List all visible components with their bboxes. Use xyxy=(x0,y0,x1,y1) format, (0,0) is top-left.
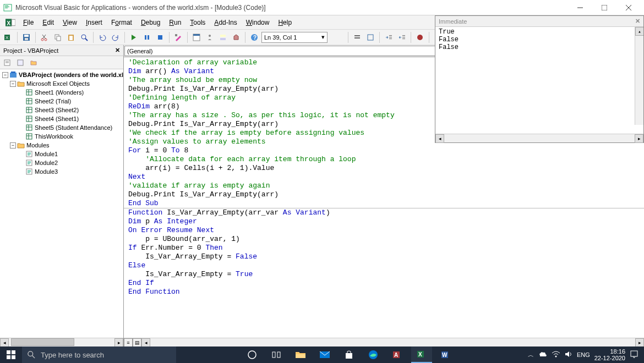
edit-tb-icon-2[interactable] xyxy=(364,31,376,43)
onedrive-icon[interactable] xyxy=(538,351,547,359)
code-line[interactable]: Function Is_Var_Array_Empty(arr_var As V… xyxy=(128,208,640,217)
scroll-left-icon[interactable]: ◂ xyxy=(141,338,150,347)
menu-help[interactable]: Help xyxy=(274,16,296,29)
code-line[interactable]: Is_Var_Array_Empty = True xyxy=(128,270,640,279)
code-line[interactable]: On Error Resume Next xyxy=(128,226,640,235)
maximize-button[interactable] xyxy=(592,0,616,15)
toggle-folders-icon[interactable] xyxy=(28,57,40,69)
project-explorer-icon[interactable] xyxy=(190,31,203,43)
search-box[interactable]: Type here to search xyxy=(22,346,176,363)
code-line[interactable]: arr(i) = Cells(i + 2, 1).Value xyxy=(128,164,640,173)
start-button[interactable] xyxy=(0,346,22,363)
design-mode-icon[interactable] xyxy=(172,31,184,43)
immediate-line[interactable]: False xyxy=(439,43,640,51)
code-line[interactable]: Else xyxy=(128,261,640,270)
notifications-icon[interactable] xyxy=(630,350,638,360)
break-icon[interactable] xyxy=(141,31,153,43)
redo-icon[interactable] xyxy=(110,31,122,43)
tree-sheet-item[interactable]: Sheet2 (Trial) xyxy=(0,97,123,106)
outdent-icon[interactable] xyxy=(396,31,408,43)
code-line[interactable]: p = UBound(arr_var, 1) xyxy=(128,235,640,244)
edit-tb-icon-1[interactable] xyxy=(351,31,363,43)
save-icon[interactable] xyxy=(20,31,32,43)
language-indicator[interactable]: ENG xyxy=(577,351,590,358)
store-icon[interactable] xyxy=(339,346,359,363)
tree-sheet-item[interactable]: Sheet3 (Sheet2) xyxy=(0,106,123,114)
full-module-view-icon[interactable]: ▤ xyxy=(133,338,141,347)
code-line[interactable]: If Err.Number = 0 Then xyxy=(128,244,640,252)
undo-icon[interactable] xyxy=(96,31,108,43)
excel-taskbar-icon[interactable]: X xyxy=(411,346,432,363)
minimize-button[interactable] xyxy=(568,0,592,15)
toolbox-icon[interactable] xyxy=(230,31,242,43)
view-object-icon[interactable] xyxy=(14,57,26,69)
immediate-vscroll[interactable]: ▴ xyxy=(635,27,643,125)
object-browser-icon[interactable] xyxy=(217,31,229,43)
wifi-icon[interactable] xyxy=(552,351,560,359)
tree-folder-excel-objects[interactable]: − Microsoft Excel Objects xyxy=(0,79,123,88)
menu-tools[interactable]: Tools xyxy=(185,16,210,29)
immediate-line[interactable]: False xyxy=(439,36,640,43)
help-icon[interactable]: ? xyxy=(248,31,260,43)
clock[interactable]: 18:16 22-12-2020 xyxy=(594,348,625,361)
menu-addins[interactable]: Add-Ins xyxy=(210,16,241,29)
menu-format[interactable]: Format xyxy=(107,16,137,29)
project-pane-close[interactable]: ✕ xyxy=(115,47,120,54)
expander-icon[interactable]: − xyxy=(10,142,16,148)
code-line[interactable]: For i = 0 To 8 xyxy=(128,146,640,155)
code-line[interactable]: Next xyxy=(128,173,640,182)
mail-icon[interactable] xyxy=(314,346,335,363)
code-line[interactable]: End Sub xyxy=(128,199,640,208)
code-line[interactable]: Is_Var_Array_Empty = False xyxy=(128,252,640,261)
immediate-close[interactable]: ✕ xyxy=(635,18,640,25)
menu-run[interactable]: Run xyxy=(165,16,185,29)
menu-file[interactable]: File xyxy=(19,16,38,29)
procedure-view-icon[interactable]: ≡ xyxy=(124,338,133,347)
code-line[interactable]: Debug.Print Is_Var_Array_Empty(arr) xyxy=(128,190,640,199)
tree-sheet-item[interactable]: Sheet5 (Student Attendance) xyxy=(0,123,123,132)
code-line[interactable]: Dim p As Integer xyxy=(128,217,640,226)
word-icon[interactable]: W xyxy=(435,346,456,363)
run-icon[interactable] xyxy=(128,31,140,43)
indent-icon[interactable] xyxy=(383,31,395,43)
volume-icon[interactable] xyxy=(565,350,572,359)
cortana-icon[interactable] xyxy=(242,346,263,363)
cut-icon[interactable] xyxy=(39,31,51,43)
reset-icon[interactable] xyxy=(154,31,166,43)
immediate-hscroll[interactable]: ◂ ▸ xyxy=(435,134,643,142)
file-explorer-icon[interactable] xyxy=(290,346,311,363)
task-view-icon[interactable] xyxy=(266,346,287,363)
immediate-body[interactable]: TrueFalseFalse ▴ xyxy=(435,27,643,134)
code-line[interactable]: End Function xyxy=(128,288,640,296)
access-icon[interactable]: A xyxy=(387,346,408,363)
tree-root[interactable]: − VBAProject (wonders of the world.xl xyxy=(0,70,123,79)
tree-module-item[interactable]: Module2 xyxy=(0,158,123,167)
view-excel-icon[interactable]: X xyxy=(2,31,14,43)
code-line[interactable]: 'validate if array is empty again xyxy=(128,182,640,190)
tree-module-item[interactable]: Module3 xyxy=(0,167,123,176)
menu-insert[interactable]: Insert xyxy=(81,16,107,29)
properties-icon[interactable] xyxy=(204,31,216,43)
menu-edit[interactable]: Edit xyxy=(38,16,58,29)
paste-icon[interactable] xyxy=(65,31,77,43)
scroll-right-icon[interactable]: ▸ xyxy=(635,338,644,347)
code-line[interactable]: End If xyxy=(128,279,640,288)
edge-icon[interactable] xyxy=(363,346,384,363)
tray-chevron-icon[interactable]: ︿ xyxy=(528,351,534,359)
menu-window[interactable]: Window xyxy=(242,16,274,29)
expander-icon[interactable]: − xyxy=(10,81,16,87)
close-button[interactable] xyxy=(616,0,641,15)
menu-debug[interactable]: Debug xyxy=(137,16,165,29)
find-icon[interactable] xyxy=(78,31,90,43)
view-code-icon[interactable] xyxy=(1,57,13,69)
copy-icon[interactable] xyxy=(52,31,64,43)
menu-view[interactable]: View xyxy=(58,16,81,29)
tree-folder-modules[interactable]: − Modules xyxy=(0,141,123,150)
tree-sheet-item[interactable]: Sheet1 (Wonders) xyxy=(0,88,123,97)
code-hscroll[interactable] xyxy=(150,338,635,346)
tree-sheet-item[interactable]: Sheet4 (Sheet1) xyxy=(0,114,123,123)
project-hscroll[interactable]: ◂ ▸ xyxy=(0,338,123,346)
expander-icon[interactable]: − xyxy=(2,72,8,78)
excel-icon[interactable]: X xyxy=(6,18,15,28)
breakpoint-icon[interactable] xyxy=(414,31,426,43)
